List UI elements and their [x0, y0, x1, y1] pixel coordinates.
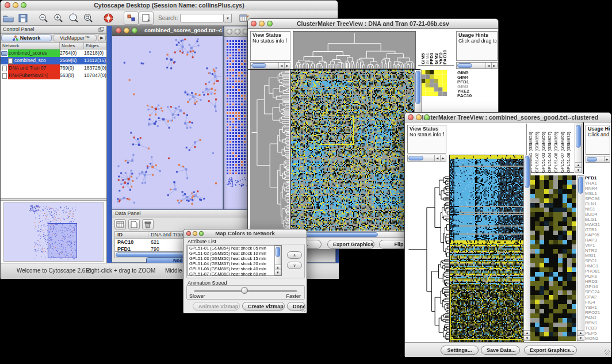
zoom-window-button[interactable]: [424, 114, 430, 120]
zoom-selected-icon[interactable]: [66, 12, 81, 25]
usage-scrollbar[interactable]: ◀ ▶: [456, 62, 498, 69]
tab-vizmapper[interactable]: VizMapper™: [53, 35, 97, 41]
column-nodes[interactable]: Nodes: [60, 43, 84, 49]
gene-label[interactable]: BUD4: [585, 212, 611, 217]
resize-grip[interactable]: [605, 350, 610, 355]
usage-scrollbar[interactable]: ▶: [586, 156, 610, 163]
export-graphics-button[interactable]: Export Graphics...: [327, 240, 374, 249]
gene-label[interactable]: YRA1: [585, 181, 611, 186]
gene-label[interactable]: PFD1: [457, 80, 495, 85]
scroll-left-icon[interactable]: ◀: [278, 63, 284, 68]
network-table-header[interactable]: Network Nodes Edges: [1, 43, 106, 49]
gene-label[interactable]: SPC98: [585, 196, 611, 201]
dialog-titlebar[interactable]: Map Colors to Network: [183, 229, 307, 237]
gene-label[interactable]: FIG4: [585, 300, 611, 305]
view-status-scrollbar[interactable]: ◀ ▶: [250, 62, 290, 69]
gene-name-list[interactable]: PFD1YRA1RNR4MSL1SPC98CLN1NIS1BUD4ELG1MAK…: [585, 175, 611, 341]
close-button[interactable]: [5, 2, 10, 8]
zoom-window-button[interactable]: [267, 21, 273, 26]
attribute-list-item[interactable]: GPL51-06 (GSM865) heat shock 40 min: [188, 266, 281, 271]
gene-label[interactable]: MSI1: [585, 253, 611, 258]
row-dendrogram[interactable]: [250, 70, 289, 231]
column-tree-area[interactable]: [449, 124, 527, 155]
gene-label[interactable]: MAK31: [585, 222, 611, 227]
gene-label[interactable]: GPI16: [585, 284, 611, 289]
gene-label[interactable]: PAN1: [585, 315, 611, 320]
gene-label[interactable]: GTB1: [585, 227, 611, 232]
attribute-list-scrollbar[interactable]: ▲ ▼: [274, 246, 281, 275]
scroll-right-icon[interactable]: ▶: [284, 63, 290, 68]
close-button[interactable]: [116, 28, 121, 33]
search-dropdown-arrow[interactable]: ▼: [224, 14, 232, 22]
gene-label[interactable]: KAP95: [585, 232, 611, 237]
tab-overflow-button[interactable]: ▶: [98, 35, 106, 41]
treeview1-titlebar[interactable]: ClusterMaker TreeView : DNA and Tran 07-…: [248, 19, 498, 29]
attribute-list-item[interactable]: GPL51-01 (GSM854) heat shock 05 min: [188, 246, 281, 251]
gene-label[interactable]: MON2: [585, 336, 611, 341]
gene-label[interactable]: GIM3: [457, 85, 495, 89]
attribute-list-item[interactable]: GPL51-07 (GSM868) heat shock 60 min: [188, 271, 281, 276]
gene-label[interactable]: PHO81: [585, 269, 611, 274]
gene-label[interactable]: RNR4: [585, 186, 611, 191]
row-dendrogram[interactable]: [407, 174, 449, 341]
gene-label[interactable]: ELG1: [585, 217, 611, 222]
move-down-button[interactable]: ∨: [287, 262, 302, 269]
gene-label[interactable]: NTR2: [585, 248, 611, 253]
scroll-left-icon[interactable]: ◀: [434, 155, 440, 161]
network-table-row[interactable]: RNAPuberNov2+|563(0)107847(0): [1, 72, 106, 79]
network-table-row[interactable]: combined_sco2569(6)13112(15): [1, 57, 106, 64]
zoom-window-button[interactable]: [21, 2, 26, 8]
minimize-button[interactable]: [235, 29, 240, 35]
settings-button[interactable]: Settings...: [441, 346, 479, 355]
attribute-list-item[interactable]: GPL51-02 (GSM855) heat shock 10 min: [188, 251, 281, 256]
heatmap-main[interactable]: [449, 155, 524, 342]
save-data-button[interactable]: Save Data...: [481, 346, 520, 355]
zoom-window-button[interactable]: [132, 28, 137, 33]
export-graphics-button[interactable]: Export Graphics...: [524, 346, 577, 355]
search-input[interactable]: [180, 14, 224, 22]
network-table-row[interactable]: DNA and Tran 07769(0)183728(0): [1, 64, 106, 72]
attribute-list-item[interactable]: GPL51-03 (GSM856) heat shock 15 min: [188, 256, 281, 261]
gene-label[interactable]: YSH1: [585, 305, 611, 310]
heatmap-hscrollbar[interactable]: [290, 231, 414, 238]
gene-label[interactable]: HAP3: [585, 237, 611, 243]
gene-label[interactable]: MSL1: [585, 191, 611, 196]
network-table-row[interactable]: combined_scores2764(0)16218(0): [1, 49, 106, 57]
zoom-out-icon[interactable]: [36, 12, 51, 25]
scroll-right-icon[interactable]: ▶: [604, 156, 610, 162]
close-button[interactable]: [408, 114, 414, 120]
zoom-window-button[interactable]: [199, 231, 204, 236]
heatmap-main[interactable]: [290, 70, 414, 231]
float-panel-icon[interactable]: [98, 27, 104, 32]
mini-correlation-matrix[interactable]: [421, 70, 447, 96]
gene-label[interactable]: HRD3: [585, 279, 611, 284]
panel-divider[interactable]: [1, 198, 106, 201]
gene-label[interactable]: GIM4: [457, 75, 495, 80]
gene-label[interactable]: PAC10: [457, 94, 495, 98]
save-session-button[interactable]: [16, 12, 30, 25]
select-attributes-icon[interactable]: [114, 219, 126, 229]
gene-label[interactable]: PUF3: [585, 274, 611, 279]
gene-label[interactable]: TCB3: [585, 325, 611, 331]
minimize-button[interactable]: [124, 28, 129, 33]
zoom-vscrollbar[interactable]: ▲ ▼: [577, 175, 584, 341]
resize-grip[interactable]: [300, 306, 306, 312]
gene-label[interactable]: SEC1: [585, 258, 611, 263]
column-labels-scrollbar[interactable]: ▲ ▼: [575, 124, 582, 173]
scroll-up-icon[interactable]: ▲: [275, 265, 281, 270]
scroll-down-icon[interactable]: ▼: [577, 335, 584, 340]
scroll-right-icon[interactable]: ▶: [440, 155, 446, 161]
network1-titlebar[interactable]: combined_scores_good.txt--cluste...: [112, 26, 223, 36]
minimize-button[interactable]: [193, 231, 197, 236]
close-button[interactable]: [186, 231, 191, 236]
close-button[interactable]: [227, 29, 232, 35]
scroll-up-icon[interactable]: ▲: [575, 162, 582, 167]
gene-label[interactable]: RPO21: [585, 310, 611, 315]
move-up-button[interactable]: ∧: [287, 251, 302, 259]
open-session-button[interactable]: [1, 12, 16, 25]
scroll-up-icon[interactable]: ▲: [577, 330, 584, 335]
gene-label[interactable]: SEC24: [585, 289, 611, 294]
heatmap-zoom-view[interactable]: [530, 175, 576, 341]
attribute-list[interactable]: GPL51-01 (GSM854) heat shock 05 minGPL51…: [188, 245, 282, 276]
animate-vizmap-button[interactable]: Animate Vizmap: [193, 302, 240, 311]
